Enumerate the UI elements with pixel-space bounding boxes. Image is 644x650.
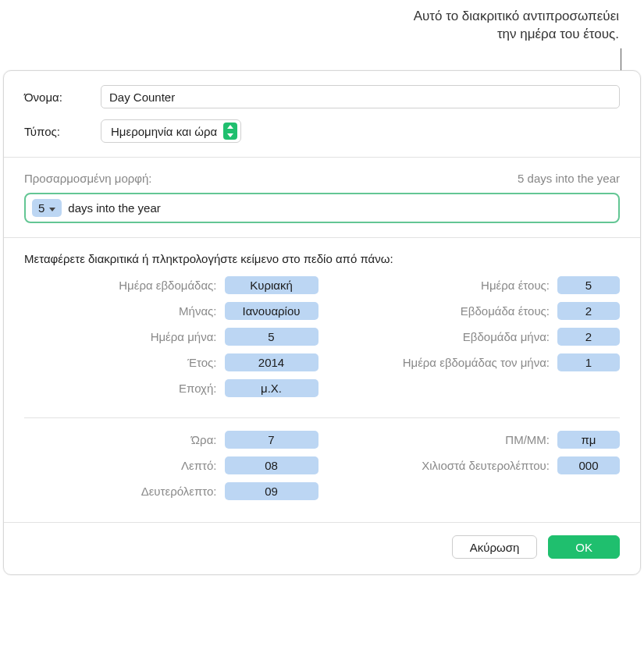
token-minute[interactable]: 08: [225, 456, 318, 474]
token-millisecond[interactable]: 000: [557, 456, 620, 474]
tokens-right-col: Ημέρα έτους:5 Εβδομάδα έτους:2 Εβδομάδα …: [326, 276, 621, 405]
tokens-section: Μεταφέρετε διακριτικά ή πληκτρολογήστε κ…: [4, 238, 640, 523]
token-ampm[interactable]: πμ: [557, 431, 620, 449]
token-hour[interactable]: 7: [225, 431, 318, 449]
name-label: Όνομα:: [24, 91, 93, 104]
token-label: Λεπτό:: [24, 459, 225, 472]
token-weekday-of-month[interactable]: 1: [557, 353, 620, 371]
callout-line2: την ημέρα του έτους.: [414, 26, 619, 44]
token-label: Ημέρα εβδομάδας:: [24, 279, 225, 292]
type-label: Τύπος:: [24, 125, 93, 138]
format-preview: 5 days into the year: [518, 172, 620, 185]
dialog-footer: Ακύρωση OK: [4, 523, 640, 574]
token-week-of-year[interactable]: 2: [557, 302, 620, 320]
tokens-time-right-col: ΠΜ/ΜΜ:πμ Χιλιοστά δευτερολέπτου:000: [326, 431, 621, 508]
token-second[interactable]: 09: [225, 482, 318, 500]
type-select[interactable]: Ημερομηνία και ώρα: [101, 119, 241, 143]
token-weekday[interactable]: Κυριακή: [225, 276, 318, 294]
callout-annotation: Αυτό το διακριτικό αντιπροσωπεύει την ημ…: [414, 8, 619, 44]
format-label: Προσαρμοσμένη μορφή:: [24, 172, 152, 185]
tokens-instruction: Μεταφέρετε διακριτικά ή πληκτρολογήστε κ…: [24, 252, 620, 265]
header-section: Όνομα: Τύπος: Ημερομηνία και ώρα: [4, 71, 640, 158]
chevron-down-icon: [49, 201, 55, 215]
token-era[interactable]: μ.Χ.: [225, 379, 318, 397]
callout-line1: Αυτό το διακριτικό αντιπροσωπεύει: [414, 8, 619, 26]
token-label: Ημέρα μήνα:: [24, 330, 225, 343]
token-day-of-month[interactable]: 5: [225, 328, 318, 346]
token-label: Δευτερόλεπτο:: [24, 485, 225, 498]
token-day-of-year[interactable]: 5: [557, 276, 620, 294]
cancel-button[interactable]: Ακύρωση: [452, 535, 538, 559]
format-trailing-text: days into the year: [68, 201, 160, 215]
format-section: Προσαρμοσμένη μορφή: 5 days into the yea…: [4, 158, 640, 238]
token-label: Έτος:: [24, 356, 225, 369]
token-label: Ώρα:: [24, 433, 225, 446]
name-input[interactable]: [101, 85, 620, 108]
token-label: Μήνας:: [24, 304, 225, 318]
token-label: Ημέρα έτους:: [326, 279, 558, 292]
token-week-of-month[interactable]: 2: [557, 328, 620, 346]
format-dialog: Όνομα: Τύπος: Ημερομηνία και ώρα Προσαρμ…: [3, 70, 641, 575]
token-label: Εποχή:: [24, 382, 225, 395]
token-label: ΠΜ/ΜΜ:: [326, 433, 558, 446]
tokens-left-col: Ημέρα εβδομάδας:Κυριακή Μήνας:Ιανουαρίου…: [24, 276, 318, 405]
tokens-time-left-col: Ώρα:7 Λεπτό:08 Δευτερόλεπτο:09: [24, 431, 318, 508]
format-field[interactable]: 5 days into the year: [24, 193, 620, 223]
token-value: 5: [38, 201, 44, 215]
token-label: Χιλιοστά δευτερολέπτου:: [326, 459, 558, 472]
token-label: Εβδομάδα μήνα:: [326, 330, 558, 343]
type-select-value: Ημερομηνία και ώρα: [111, 125, 217, 138]
stepper-icon: [223, 123, 237, 140]
token-label: Εβδομάδα έτους:: [326, 304, 558, 318]
token-year[interactable]: 2014: [225, 353, 318, 371]
token-label: Ημέρα εβδομάδας τον μήνα:: [326, 356, 558, 369]
token-month[interactable]: Ιανουαρίου: [225, 302, 318, 320]
format-token-day-of-year[interactable]: 5: [32, 199, 62, 217]
ok-button[interactable]: OK: [548, 535, 620, 559]
